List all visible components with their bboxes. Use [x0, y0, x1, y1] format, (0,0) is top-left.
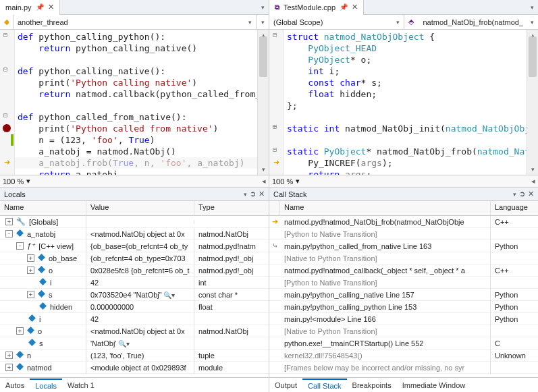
callstack-row[interactable]: main.py!python_calling_python Line 153Py…: [269, 301, 538, 313]
expand-toggle[interactable]: +: [27, 254, 34, 262]
scroll-down-icon[interactable]: ▾: [527, 164, 538, 175]
expand-toggle[interactable]: +: [5, 352, 13, 359]
code-line[interactable]: return args;: [287, 169, 527, 175]
visualizer-icon[interactable]: 🔍▾: [116, 340, 130, 347]
expand-toggle[interactable]: -: [16, 242, 24, 250]
footer-tab[interactable]: Output: [269, 379, 302, 391]
col-name[interactable]: Name: [0, 201, 86, 215]
col-value[interactable]: Value: [86, 201, 194, 215]
locals-row[interactable]: -ƒ⁺[C++ view]{ob_base={ob_refcnt=4 ob_ty…: [0, 240, 269, 252]
code-line[interactable]: print('Python called from native'): [18, 123, 257, 134]
code-area-left[interactable]: ⊟⊟⊟➜ def python_calling_python(): return…: [0, 30, 269, 175]
code-line[interactable]: const char* s;: [287, 77, 527, 88]
code-line[interactable]: float hidden;: [287, 88, 527, 100]
locals-row[interactable]: +o0x028e5fc8 {ob_refcnt=6 ob_tnatmod.pyd…: [0, 264, 269, 277]
footer-tab[interactable]: Breakpoints: [347, 379, 397, 391]
chevron-down-icon[interactable]: ▾: [513, 191, 516, 198]
var-value[interactable]: 42: [86, 313, 194, 325]
pin-icon[interactable]: 📌: [36, 3, 44, 11]
expand-toggle[interactable]: -: [5, 230, 13, 237]
callstack-row[interactable]: [Native to Python Transition]: [269, 325, 538, 337]
var-value[interactable]: <natmod.NatObj object at 0x: [86, 228, 194, 240]
outline-toggle[interactable]: ⊟: [269, 146, 280, 153]
callstack-row[interactable]: python.exe!__tmainCRTStartup() Line 552C: [269, 337, 538, 349]
scroll-thumb[interactable]: [529, 36, 537, 77]
var-value[interactable]: 42: [86, 277, 194, 289]
locals-row[interactable]: +ob_base{ob_refcnt=4 ob_type=0x703natmod…: [0, 252, 269, 264]
var-value[interactable]: <module object at 0x029893f: [86, 362, 194, 374]
callstack-row[interactable]: ➜natmod.pyd!natmod_NatObj_frob(natmod_Na…: [269, 216, 538, 228]
file-tab-main-py[interactable]: main.py 📌 ✕: [0, 0, 60, 15]
footer-tab[interactable]: Watch 1: [62, 379, 100, 391]
scope-dropdown-left[interactable]: another_thread ▾: [14, 15, 257, 29]
code-line[interactable]: a_natobj = natmod.NatObj(): [18, 146, 257, 157]
outline-toggle[interactable]: ⊟: [0, 31, 11, 38]
scroll-thumb[interactable]: [259, 36, 267, 77]
scroll-left-icon[interactable]: ◂: [262, 177, 266, 186]
code-line[interactable]: int i;: [287, 65, 527, 77]
nav-icon[interactable]: ◆: [0, 15, 14, 29]
callstack-row[interactable]: main.py!python_calling_native Line 157Py…: [269, 289, 538, 301]
chevron-down-icon[interactable]: ▾: [257, 4, 269, 11]
var-value[interactable]: {ob_base={ob_refcnt=4 ob_ty: [86, 240, 194, 252]
locals-row[interactable]: -a_natobj<natmod.NatObj object at 0xnatm…: [0, 228, 269, 240]
expand-toggle[interactable]: +: [27, 267, 34, 274]
code-line[interactable]: struct natmod_NatObjObject {: [287, 31, 527, 43]
callstack-row[interactable]: [Python to Native Transition]: [269, 228, 538, 240]
callstack-row[interactable]: natmod.pyd!natmod_callback(_object * sel…: [269, 264, 538, 277]
close-icon[interactable]: ✕: [259, 190, 265, 198]
locals-row[interactable]: i42: [0, 313, 269, 325]
chevron-down-icon[interactable]: ▾: [257, 15, 269, 29]
var-value[interactable]: <natmod.NatObj object at 0x: [86, 325, 194, 337]
close-icon[interactable]: ✕: [352, 3, 358, 11]
outline-toggle[interactable]: ⊟: [0, 65, 11, 73]
scope-dropdown-right[interactable]: (Global Scope) ▾: [269, 15, 404, 29]
code-line[interactable]: def python_called_from_native():: [18, 111, 257, 123]
code-line[interactable]: return a_natobj: [18, 169, 257, 175]
var-value[interactable]: 0.000000000: [86, 301, 194, 313]
expand-toggle[interactable]: +: [27, 291, 34, 298]
var-value[interactable]: [86, 220, 194, 224]
callstack-row[interactable]: [Python to Native Transition]: [269, 277, 538, 289]
breakpoint-icon[interactable]: [3, 124, 11, 132]
locals-row[interactable]: +o<natmod.NatObj object at 0xnatmod.NatO…: [0, 325, 269, 337]
member-dropdown-right[interactable]: ⬘ natmod_NatObj_frob(natmod_ ▾: [404, 15, 539, 29]
callstack-grid[interactable]: ➜natmod.pyd!natmod_NatObj_frob(natmod_Na…: [269, 216, 538, 377]
code-line[interactable]: return python_calling_native(): [18, 43, 257, 54]
zoom-dropdown[interactable]: 100 % ▾: [272, 177, 300, 186]
col-name[interactable]: Name: [280, 201, 491, 215]
locals-row[interactable]: +s0x703520e4 "NatObj" 🔍▾const char *: [0, 289, 269, 301]
code-line[interactable]: [18, 100, 257, 111]
locals-row[interactable]: s'NatObj' 🔍▾: [0, 337, 269, 349]
locals-row[interactable]: +natmod<module object at 0x029893fmodule: [0, 362, 269, 374]
pin-icon[interactable]: 📌: [340, 3, 348, 11]
var-value[interactable]: 0x028e5fc8 {ob_refcnt=6 ob_t: [86, 264, 194, 277]
footer-tab[interactable]: Call Stack: [302, 379, 347, 392]
vertical-scrollbar[interactable]: ▴ ▾: [527, 30, 538, 175]
callstack-title-bar[interactable]: Call Stack ▾ ➲ ✕: [269, 188, 538, 201]
file-tab-testmodule-cpp[interactable]: ⧉ TestModule.cpp 📌 ✕: [269, 0, 364, 15]
pin-icon[interactable]: ➲: [250, 190, 256, 198]
scroll-down-icon[interactable]: ▾: [258, 164, 269, 175]
callstack-row[interactable]: [Native to Python Transition]: [269, 252, 538, 264]
editor-gutter-left[interactable]: ⊟⊟⊟➜: [0, 30, 15, 175]
code-line[interactable]: [287, 134, 527, 146]
expand-toggle[interactable]: +: [5, 364, 13, 371]
footer-tab[interactable]: Locals: [30, 379, 62, 392]
code-line[interactable]: def python_calling_native():: [18, 65, 257, 77]
expand-toggle[interactable]: +: [5, 218, 13, 225]
code-line[interactable]: def python_calling_python():: [18, 31, 257, 43]
callstack-row[interactable]: main.py!<module> Line 166Python: [269, 313, 538, 325]
locals-row[interactable]: hidden0.000000000float: [0, 301, 269, 313]
locals-title-bar[interactable]: Locals ▾ ➲ ✕: [0, 188, 269, 201]
code-line[interactable]: PyObject_HEAD: [287, 43, 527, 54]
code-text-right[interactable]: struct natmod_NatObjObject { PyObject_HE…: [284, 30, 527, 175]
col-language[interactable]: Language: [491, 201, 538, 215]
outline-toggle[interactable]: ⊞: [269, 123, 280, 130]
var-value[interactable]: {ob_refcnt=4 ob_type=0x703: [86, 252, 194, 264]
outline-toggle[interactable]: ⊟: [0, 111, 11, 119]
chevron-down-icon[interactable]: ▾: [244, 191, 247, 198]
outline-toggle[interactable]: ⊟: [269, 31, 280, 38]
code-line[interactable]: [18, 54, 257, 65]
code-line[interactable]: n = (123, 'foo', True): [18, 134, 257, 146]
